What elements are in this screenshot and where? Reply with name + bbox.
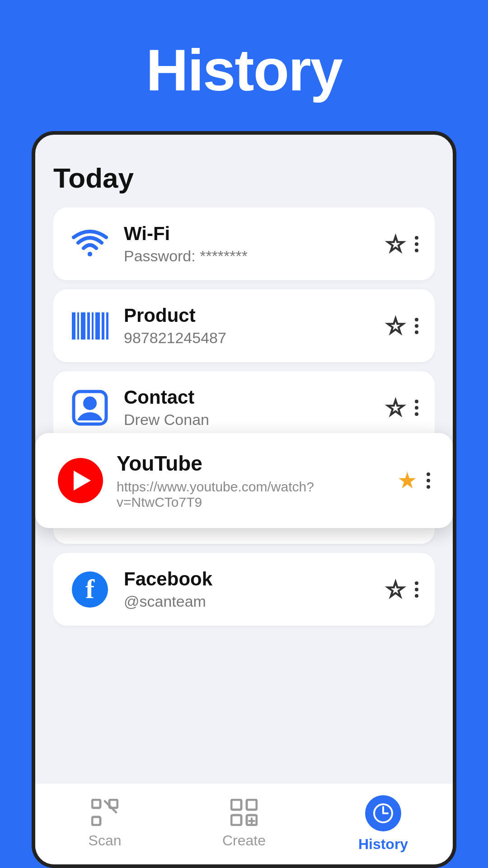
svg-rect-3: [81, 312, 85, 340]
facebook-more-button[interactable]: [415, 581, 418, 598]
facebook-icon: f: [70, 569, 110, 610]
bottom-nav: Scan Create: [35, 783, 453, 864]
card-inner: Today Wi-Fi Password: ********: [35, 135, 453, 783]
page-title: History: [146, 36, 342, 104]
nav-create-label: Create: [222, 832, 266, 849]
facebook-title: Facebook: [124, 568, 372, 590]
svg-rect-26: [247, 800, 257, 810]
facebook-actions: ☆: [385, 578, 418, 601]
scan-nav-icon: [91, 799, 118, 828]
wifi-title: Wi-Fi: [124, 223, 372, 245]
contact-subtitle: Drew Conan: [124, 411, 372, 429]
svg-rect-6: [95, 312, 100, 340]
product-item-info: Product 987821245487: [124, 305, 372, 347]
nav-create[interactable]: Create: [199, 799, 289, 849]
wifi-item-info: Wi-Fi Password: ********: [124, 223, 372, 265]
product-star-button[interactable]: ☆: [385, 315, 406, 337]
list-item[interactable]: Product 987821245487 ☆: [53, 289, 435, 362]
svg-rect-27: [231, 815, 241, 825]
contact-item-info: Contact Drew Conan: [124, 387, 372, 429]
svg-rect-5: [92, 312, 94, 340]
svg-rect-4: [87, 312, 90, 340]
svg-rect-23: [92, 817, 100, 825]
contact-actions: ☆: [385, 396, 418, 419]
product-more-button[interactable]: [415, 318, 418, 334]
product-actions: ☆: [385, 315, 418, 337]
wifi-subtitle: Password: ********: [124, 247, 372, 265]
youtube-more-button[interactable]: [427, 472, 430, 489]
nav-scan[interactable]: Scan: [60, 799, 150, 849]
youtube-logo-icon: [58, 458, 103, 503]
svg-rect-8: [106, 312, 108, 340]
nav-history[interactable]: History: [338, 795, 428, 853]
wifi-actions: ☆: [385, 233, 418, 255]
nav-scan-label: Scan: [89, 832, 122, 849]
product-subtitle: 987821245487: [124, 329, 372, 347]
svg-rect-2: [77, 312, 79, 340]
svg-point-0: [88, 252, 92, 256]
nav-history-label: History: [358, 836, 408, 853]
contact-star-button[interactable]: ☆: [385, 396, 406, 419]
svg-rect-1: [72, 312, 75, 340]
barcode-icon: [70, 306, 110, 346]
youtube-popup[interactable]: YouTube https://www.youtube.com/watch?v=…: [35, 433, 453, 528]
youtube-actions: ★: [397, 469, 430, 492]
contact-icon: [70, 387, 110, 428]
svg-rect-21: [92, 800, 100, 808]
wifi-star-button[interactable]: ☆: [385, 233, 406, 255]
youtube-info: YouTube https://www.youtube.com/watch?v=…: [117, 451, 384, 510]
youtube-star-button[interactable]: ★: [397, 469, 418, 492]
svg-rect-7: [102, 312, 104, 340]
history-nav-icon: [365, 795, 401, 831]
list-item[interactable]: Wi-Fi Password: ******** ☆: [53, 208, 435, 280]
youtube-url: https://www.youtube.com/watch?v=NtwCTo7T…: [117, 479, 384, 510]
youtube-play-icon: [74, 471, 91, 491]
contact-title: Contact: [124, 387, 372, 408]
facebook-item-info: Facebook @scanteam: [124, 568, 372, 610]
facebook-star-button[interactable]: ☆: [385, 578, 406, 601]
svg-rect-25: [231, 800, 241, 810]
youtube-title: YouTube: [117, 451, 384, 476]
wifi-icon: [70, 224, 110, 264]
svg-point-10: [83, 396, 97, 410]
create-nav-icon: [230, 799, 258, 828]
facebook-subtitle: @scanteam: [124, 593, 372, 610]
contact-more-button[interactable]: [415, 400, 418, 416]
list-item[interactable]: f Facebook @scanteam ☆: [53, 553, 435, 626]
section-label: Today: [53, 162, 435, 194]
product-title: Product: [124, 305, 372, 326]
phone-card: Today Wi-Fi Password: ********: [32, 131, 456, 868]
wifi-more-button[interactable]: [415, 236, 418, 252]
